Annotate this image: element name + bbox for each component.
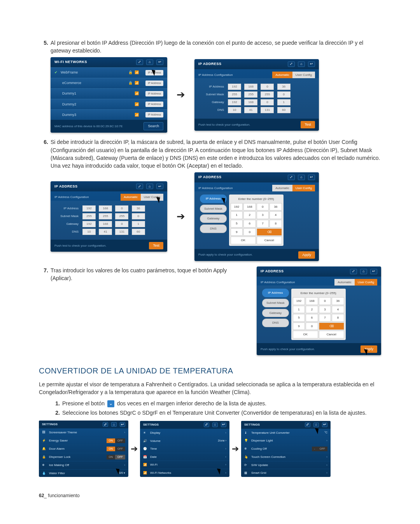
- lock-icon: 🔒: [128, 70, 132, 75]
- wifi-networks-icon: 📶: [143, 471, 148, 475]
- wifi-networks-panel: WI-FI NETWORKS ⤢ ⌂ ↩ ✔WebFrame 🔒📶IP Addr…: [51, 57, 167, 133]
- wifi-item-1[interactable]: eCommerce 🔒📶IP Address: [51, 78, 167, 88]
- keypad-3[interactable]: 3: [257, 211, 269, 219]
- keypad-2[interactable]: 2: [243, 211, 256, 219]
- display-icon: ☀: [143, 431, 148, 435]
- step-5-number: 5.: [39, 39, 48, 55]
- section-intro: Le permite ajustar el visor de temperatu…: [39, 380, 381, 396]
- step-7: 7. Tras introducir los valores de los cu…: [39, 266, 245, 282]
- wifi-signal-icon: 📶: [135, 81, 139, 86]
- keypad-4[interactable]: 4: [270, 211, 282, 219]
- expand-icon[interactable]: ⤢: [136, 60, 143, 65]
- chevron-down-icon: ⌄: [107, 400, 114, 407]
- energy-icon: ⚡: [42, 438, 47, 443]
- thermometer-icon: 🌡: [244, 431, 249, 435]
- search-button[interactable]: Search: [144, 122, 163, 130]
- settings-item[interactable]: 🔔Door AlarmONOFF: [39, 445, 128, 453]
- settings-item[interactable]: 🖼Screensaver Theme›: [39, 428, 128, 436]
- keypad-cancel[interactable]: Cancel: [257, 237, 282, 244]
- ip-address-panel-tab: IP ADDRESS ⤢⌂↩ IP Address Configuration …: [51, 181, 167, 252]
- subnet-mask-side-button[interactable]: Subnet Mask: [200, 205, 227, 213]
- touch-icon: 👆: [244, 455, 249, 459]
- cooling-icon: ❄: [244, 447, 249, 451]
- wifi-signal-icon: 📶: [135, 102, 139, 107]
- section-title: CONVERTIDOR DE LA UNIDAD DE TEMPERATURA: [39, 365, 381, 377]
- settings-item[interactable]: 💧Water Filter0/6 ▾: [39, 469, 128, 477]
- keypad-ok[interactable]: OK: [231, 237, 256, 244]
- light-icon: 💡: [244, 438, 249, 443]
- ip-address-button[interactable]: IP Address: [145, 70, 163, 75]
- arrow-icon: ➔: [167, 88, 194, 102]
- home-icon[interactable]: ⌂: [298, 61, 305, 67]
- apply-button[interactable]: Apply: [298, 251, 315, 259]
- date-icon: 📅: [143, 455, 148, 459]
- home-icon[interactable]: ⌂: [146, 60, 153, 65]
- wifi-item-2[interactable]: Dummy1 📶IP Address: [51, 88, 167, 99]
- wifi-item-3[interactable]: Dummy2 📶IP Address: [51, 99, 167, 109]
- settings-panel-1: SETTINGS⤢⌂↩ 🖼Screensaver Theme› ⚡Energy …: [39, 421, 128, 477]
- wifi-signal-icon: 📶: [135, 112, 139, 117]
- arrow-icon: ➔: [130, 443, 138, 455]
- keypad-0[interactable]: 0: [243, 228, 256, 236]
- figure-row-step6: IP ADDRESS ⤢⌂↩ IP Address Configuration …: [51, 172, 381, 261]
- keypad-1[interactable]: 1: [231, 211, 243, 219]
- ip-address-panel-keypad: IP ADDRESS ⤢⌂↩ IP Address Configuration …: [194, 172, 319, 261]
- wifi-signal-icon: 📶: [135, 91, 139, 96]
- keypad-7[interactable]: 7: [257, 220, 269, 228]
- wifi-panel-title: WI-FI NETWORKS: [54, 60, 87, 65]
- wifi-item-4[interactable]: Dummy3 📶IP Address: [51, 109, 167, 120]
- screensaver-icon: 🖼: [42, 430, 47, 435]
- wifi-icon: 📶: [143, 463, 148, 467]
- apply-button[interactable]: Apply: [360, 345, 377, 353]
- back-icon[interactable]: ↩: [156, 60, 163, 65]
- settings-item[interactable]: 🔒Dispenser LockONOFF: [39, 453, 128, 461]
- step-6: 6. Si debe introducir la dirección IP, l…: [39, 138, 381, 170]
- settings-panel-2: SETTINGS⤢⌂↩ ☀Display› 🔊Volume2/one › 🕐Ti…: [140, 421, 229, 477]
- arrow-icon: ➔: [231, 443, 240, 455]
- time-icon: 🕐: [143, 447, 148, 451]
- figure-row-step5: WI-FI NETWORKS ⤢ ⌂ ↩ ✔WebFrame 🔒📶IP Addr…: [51, 57, 381, 133]
- step-5: 5. Al presionar el botón IP Address (Dir…: [39, 39, 381, 55]
- figure-row-step7: 7. Tras introducir los valores de los cu…: [39, 266, 381, 355]
- tab-automatic[interactable]: Automatic: [272, 72, 292, 79]
- arrow-icon: ➔: [167, 209, 194, 224]
- lock-icon: 🔒: [128, 81, 132, 86]
- ip-address-panel-automatic: IP ADDRESS ⤢ ⌂ ↩ IP Address Configuratio…: [194, 59, 319, 131]
- settings-panel-3: SETTINGS⤢⌂↩ 🌡Temperature Unit Converter°…: [241, 421, 331, 477]
- ip-address-side-button[interactable]: IP Address: [200, 195, 227, 203]
- numeric-keypad: Enter the number (0~255) 192 168 0 36 1 …: [229, 195, 284, 246]
- keypad-backspace[interactable]: ⌫: [257, 228, 282, 236]
- grid-icon: ▦: [244, 471, 249, 475]
- ice-icon: ❄: [42, 463, 47, 468]
- keypad-8[interactable]: 8: [270, 220, 282, 228]
- test-button[interactable]: Test: [301, 121, 315, 128]
- dns-side-button[interactable]: DNS: [200, 224, 227, 233]
- alarm-icon: 🔔: [42, 447, 47, 451]
- keypad-6[interactable]: 6: [243, 220, 256, 228]
- wifi-signal-icon: 📶: [135, 70, 139, 75]
- lock-icon: 🔒: [42, 455, 47, 459]
- page-footer: 62_ funcionamiento: [39, 492, 381, 499]
- update-icon: ⟳: [244, 463, 249, 468]
- mac-address-text: MAC address of this device is 00:0C:29:8…: [54, 124, 123, 129]
- gateway-side-button[interactable]: Gateway: [200, 214, 227, 223]
- ip-address-panel-apply: IP ADDRESS ⤢⌂↩ IP Address Configuration …: [257, 266, 381, 355]
- volume-icon: 🔊: [143, 439, 148, 443]
- sub-step-2: 2. Seleccione los botones SDgrC o SDgrF …: [51, 409, 381, 417]
- keypad-5[interactable]: 5: [231, 220, 243, 228]
- settings-panels-row: SETTINGS⤢⌂↩ 🖼Screensaver Theme› ⚡Energy …: [39, 421, 381, 477]
- settings-item[interactable]: ⚡Energy SaverONOFF: [39, 436, 128, 445]
- step-5-text: Al presionar el botón IP Address (Direcc…: [51, 39, 381, 55]
- filter-icon: 💧: [42, 471, 47, 476]
- settings-item[interactable]: ❄Ice Making Off›: [39, 461, 128, 469]
- wifi-item-0[interactable]: ✔WebFrame 🔒📶IP Address: [51, 67, 167, 78]
- sub-step-1: 1. Presione el botón ⌄ dos veces en el m…: [51, 400, 381, 407]
- keypad-9[interactable]: 9: [231, 228, 243, 236]
- expand-icon[interactable]: ⤢: [288, 61, 295, 67]
- back-icon[interactable]: ↩: [308, 61, 315, 67]
- tab-user-config[interactable]: User Config: [292, 72, 315, 79]
